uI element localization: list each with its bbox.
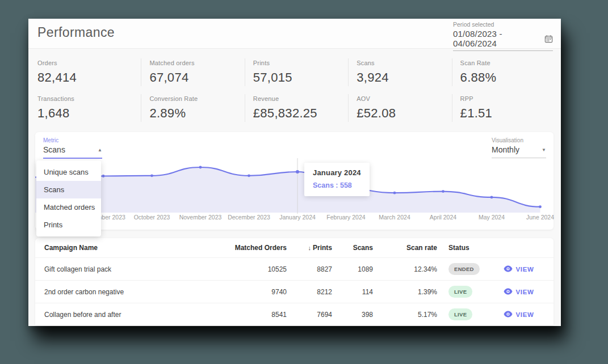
metric-select[interactable]: Metric Scans ▲ xyxy=(43,137,102,159)
period-selected-label: Period selected xyxy=(453,21,553,28)
kpi-value: 1,648 xyxy=(37,106,141,121)
kpi-label: Prints xyxy=(253,60,348,66)
view-button-label: VIEW xyxy=(516,311,534,318)
scans-line-chart[interactable] xyxy=(35,155,554,214)
kpi-scan-rate: Scan Rate6.88% xyxy=(452,58,555,86)
kpi-revenue: Revenue£85,832.25 xyxy=(245,94,348,122)
prints-value: 8212 xyxy=(287,288,332,296)
menu-item-prints[interactable]: Prints xyxy=(36,216,101,234)
period-selected-value: 01/08/2023 - 04/06/2024 xyxy=(453,29,541,48)
campaign-table: Campaign Name Matched Orders ↓Prints Sca… xyxy=(35,238,554,325)
kpi-value: £85,832.25 xyxy=(253,106,348,121)
col-scan-rate[interactable]: Scan rate xyxy=(373,244,437,252)
kpi-rpp: RPP£1.51 xyxy=(452,94,555,122)
eye-icon xyxy=(504,311,513,319)
kpi-value: 67,074 xyxy=(149,70,244,85)
campaign-name: Gift collagen trial pack xyxy=(44,265,226,273)
status-badge: ENDED xyxy=(448,263,480,275)
scans-value: 1089 xyxy=(332,265,373,273)
scans-chart-panel: Metric Scans ▲ Visualisation Monthly ▼ xyxy=(35,132,554,230)
kpi-transactions: Transactions1,648 xyxy=(37,94,141,122)
metric-select-value: Scans xyxy=(43,145,65,154)
kpi-prints: Prints57,015 xyxy=(245,58,348,86)
kpi-label: Revenue xyxy=(253,95,348,102)
performance-dashboard: Performance Period selected 01/08/2023 -… xyxy=(28,19,561,326)
metric-select-label: Metric xyxy=(43,137,102,143)
axis-label: October 2023 xyxy=(134,214,170,221)
desktop-background: Performance Period selected 01/08/2023 -… xyxy=(0,0,608,364)
kpi-matched-orders: Matched orders67,074 xyxy=(141,58,244,86)
view-button[interactable]: VIEW xyxy=(500,265,538,274)
col-scans[interactable]: Scans xyxy=(332,244,373,252)
metric-dropdown-menu: Unique scans Scans Matched orders Prints xyxy=(36,160,101,236)
scan-rate-value: 1.39% xyxy=(373,288,437,296)
visualisation-select-label: Visualisation xyxy=(492,137,546,143)
kpi-value: 3,924 xyxy=(357,70,451,85)
col-campaign-name[interactable]: Campaign Name xyxy=(44,244,226,252)
date-range-picker[interactable]: Period selected 01/08/2023 - 04/06/2024 xyxy=(453,21,553,51)
dashboard-header: Performance Period selected 01/08/2023 -… xyxy=(28,19,561,49)
axis-label: January 2024 xyxy=(279,214,316,221)
eye-icon xyxy=(504,265,513,273)
kpi-label: Scans xyxy=(357,60,451,66)
chevron-up-icon: ▲ xyxy=(98,147,102,153)
kpi-summary: Orders82,414 Matched orders67,074 Prints… xyxy=(37,58,555,122)
kpi-value: £1.51 xyxy=(460,106,555,121)
axis-label: May 2024 xyxy=(479,214,505,221)
view-button[interactable]: VIEW xyxy=(500,310,538,319)
kpi-value: 6.88% xyxy=(460,70,555,85)
kpi-orders: Orders82,414 xyxy=(37,58,141,86)
scan-rate-value: 5.17% xyxy=(373,311,437,319)
campaign-name: Collagen before and after xyxy=(44,311,226,319)
kpi-label: Transactions xyxy=(37,95,141,102)
matched-orders-value: 8541 xyxy=(226,311,287,319)
scans-value: 398 xyxy=(332,311,373,319)
axis-label: November 2023 xyxy=(179,214,222,221)
kpi-label: Scan Rate xyxy=(460,60,555,66)
matched-orders-value: 9740 xyxy=(226,288,287,296)
kpi-value: £52.08 xyxy=(357,106,451,121)
kpi-label: Conversion Rate xyxy=(149,95,244,102)
chart-tooltip-title: January 2024 xyxy=(313,168,361,177)
menu-item-unique-scans[interactable]: Unique scans xyxy=(36,163,101,181)
view-button-label: VIEW xyxy=(516,289,534,295)
view-button[interactable]: VIEW xyxy=(500,287,538,297)
prints-value: 7694 xyxy=(287,311,332,319)
scan-rate-value: 12.34% xyxy=(373,265,437,273)
axis-label: March 2024 xyxy=(379,214,410,221)
chevron-down-icon: ▼ xyxy=(542,147,546,153)
page-title: Performance xyxy=(37,25,115,40)
status-badge: LIVE xyxy=(448,286,472,298)
menu-item-scans[interactable]: Scans xyxy=(36,181,101,198)
axis-label: June 2024 xyxy=(526,214,554,221)
table-header-row: Campaign Name Matched Orders ↓Prints Sca… xyxy=(35,238,554,257)
prints-value: 8827 xyxy=(287,265,332,273)
axis-label: February 2024 xyxy=(326,214,365,221)
table-row: Collagen before and after 8541 7694 398 … xyxy=(35,303,554,325)
campaign-name: 2nd order carbon negative xyxy=(44,288,226,296)
visualisation-select-value: Monthly xyxy=(492,145,519,154)
axis-label: December 2023 xyxy=(228,214,270,221)
kpi-label: AOV xyxy=(357,95,451,102)
menu-item-matched-orders[interactable]: Matched orders xyxy=(36,198,101,216)
status-badge: LIVE xyxy=(448,308,472,320)
kpi-label: RPP xyxy=(460,95,555,102)
kpi-label: Orders xyxy=(37,60,141,66)
kpi-value: 82,414 xyxy=(37,70,141,85)
kpi-conversion-rate: Conversion Rate2.89% xyxy=(141,94,244,122)
scans-value: 114 xyxy=(332,288,373,296)
chart-area xyxy=(35,167,540,213)
matched-orders-value: 10525 xyxy=(226,265,287,273)
col-prints[interactable]: ↓Prints xyxy=(287,244,332,252)
eye-icon xyxy=(504,288,513,296)
sort-descending-icon: ↓ xyxy=(308,244,311,251)
calendar-icon[interactable] xyxy=(544,35,553,43)
chart-tooltip-value: Scans : 558 xyxy=(313,181,361,189)
table-row: Gift collagen trial pack 10525 8827 1089… xyxy=(35,257,554,280)
table-row: 2nd order carbon negative 9740 8212 114 … xyxy=(35,280,554,303)
kpi-value: 2.89% xyxy=(149,106,244,121)
axis-label: April 2024 xyxy=(430,214,456,221)
col-status[interactable]: Status xyxy=(437,244,493,252)
kpi-value: 57,015 xyxy=(253,70,348,85)
col-matched-orders[interactable]: Matched Orders xyxy=(226,244,287,252)
